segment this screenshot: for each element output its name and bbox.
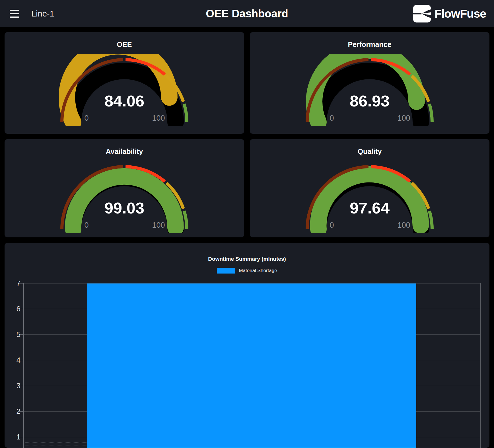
gauge-card-performance: Performance 86.930100 — [250, 32, 489, 134]
y-tick-label: 4 — [5, 356, 20, 365]
gauge-min-label: 0 — [84, 114, 88, 122]
gauge-title: Performance — [250, 32, 489, 49]
gauge-value: 84.06 — [104, 92, 144, 110]
gauge-max-label: 100 — [397, 221, 410, 229]
flowfuse-icon — [413, 5, 431, 22]
gauge-segment — [184, 104, 187, 122]
gauge-min-label: 0 — [330, 114, 334, 122]
gauge-title: OEE — [5, 32, 244, 49]
gauge-quality: 97.640100 — [250, 161, 489, 233]
page-name[interactable]: Line-1 — [31, 9, 54, 19]
y-tick-label: 7 — [5, 279, 20, 288]
gauge-performance: 86.930100 — [250, 54, 489, 126]
gauge-svg: 86.930100 — [304, 54, 435, 126]
y-axis-line — [23, 283, 24, 448]
gauge-card-availability: Availability 99.030100 — [5, 139, 244, 237]
gauge-oee: 84.060100 — [5, 54, 244, 126]
brand-logo: FlowFuse — [413, 5, 486, 22]
gauge-min-label: 0 — [330, 221, 334, 229]
app-header: Line-1 OEE Dashboard FlowFuse — [0, 0, 494, 27]
gauge-max-label: 100 — [152, 221, 165, 229]
y-tick-label: 6 — [5, 305, 20, 313]
gauge-availability: 99.030100 — [5, 161, 244, 233]
gauge-title: Availability — [5, 139, 244, 156]
bar-material-shortage[interactable] — [87, 283, 416, 448]
y-tick-label: 3 — [5, 381, 20, 390]
gauge-segment — [429, 211, 432, 229]
downtime-chart-card: Downtime Summary (minutes) Material Shor… — [5, 243, 489, 448]
gauge-min-label: 0 — [84, 221, 88, 229]
gauge-max-label: 100 — [152, 114, 165, 122]
gauge-card-quality: Quality 97.640100 — [250, 139, 489, 237]
y-tick-label: 5 — [5, 330, 20, 339]
gauge-title: Quality — [250, 139, 489, 156]
bar-chart-plot: 7654321 — [5, 243, 489, 448]
gauge-value: 86.93 — [350, 92, 390, 110]
gauge-grid: OEE 84.060100 Performance 86.930100 Avai… — [5, 32, 489, 237]
dotted-gridline — [25, 445, 87, 445]
gauge-card-oee: OEE 84.060100 — [5, 32, 244, 134]
dotted-gridline — [25, 442, 87, 443]
gauge-max-label: 100 — [397, 114, 410, 122]
y-tick-label: 1 — [5, 433, 20, 441]
gauge-segment — [184, 211, 187, 229]
gauge-value: 99.03 — [104, 199, 144, 217]
gauge-segment — [429, 104, 432, 122]
y-tick-label: 2 — [5, 407, 20, 416]
gauge-value: 97.64 — [350, 199, 390, 217]
plot-right-border — [480, 283, 481, 448]
gauge-svg: 99.030100 — [59, 161, 190, 233]
hamburger-menu-icon[interactable] — [10, 10, 19, 18]
gauge-svg: 97.640100 — [304, 161, 435, 233]
brand-name: FlowFuse — [435, 7, 486, 20]
gauge-svg: 84.060100 — [59, 54, 190, 126]
